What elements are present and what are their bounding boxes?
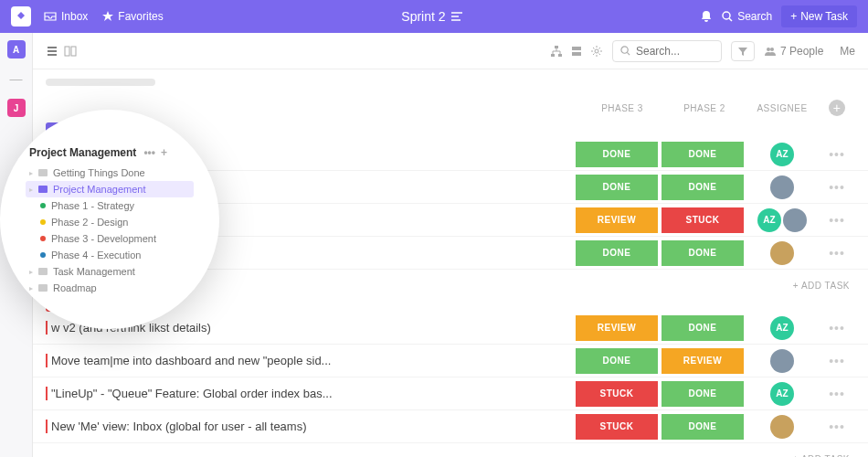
status-cell-phase3[interactable]: DONE	[576, 240, 658, 266]
task-title[interactable]: Move team|me into dashboard and new "peo…	[46, 354, 574, 367]
search-icon	[722, 11, 733, 22]
chevron-right-icon: ▸	[29, 284, 33, 292]
avatar[interactable]	[783, 208, 807, 232]
sidebar-item[interactable]: Phase 4 - Execution	[29, 247, 194, 263]
hierarchy-icon[interactable]	[550, 45, 563, 58]
avatar[interactable]	[770, 175, 794, 199]
task-actions[interactable]: •••	[819, 213, 855, 228]
bell-icon[interactable]	[700, 10, 713, 23]
add-folder-button[interactable]: +	[161, 146, 167, 159]
avatar[interactable]: AZ	[757, 208, 781, 232]
task-title[interactable]: New 'Me' view: Inbox (global for user - …	[46, 420, 574, 433]
avatar[interactable]	[770, 349, 794, 373]
app-logo[interactable]	[11, 6, 31, 27]
assignee-cell[interactable]	[746, 349, 819, 373]
col-phase3[interactable]: PHASE 3	[581, 103, 663, 113]
avatar[interactable]	[770, 415, 794, 439]
column-headers: PHASE 3 PHASE 2 ASSIGNEE +	[33, 95, 868, 121]
favorites-link[interactable]: Favorites	[102, 10, 163, 23]
svg-rect-5	[558, 54, 562, 57]
scroll-indicator[interactable]	[46, 79, 155, 86]
status-cell-phase2[interactable]: DONE	[662, 175, 744, 200]
sidebar-item[interactable]: ▸Task Management	[29, 263, 194, 280]
workspace-badge-j[interactable]: J	[7, 99, 26, 117]
task-actions[interactable]: •••	[819, 147, 855, 162]
task-actions[interactable]: •••	[819, 354, 855, 368]
sidebar-item[interactable]: Phase 3 - Development	[29, 230, 194, 247]
task-row[interactable]: Move team|me into dashboard and new "peo…	[33, 345, 868, 377]
phase-dot-icon	[40, 236, 46, 241]
task-row[interactable]: "LineUp" - "Queue" Feature: Global order…	[33, 377, 868, 410]
sidebar-item[interactable]: Phase 2 - Design	[29, 214, 194, 230]
board-view-icon[interactable]	[64, 45, 77, 58]
more-icon[interactable]: •••	[143, 146, 155, 159]
search-link[interactable]: Search	[722, 10, 772, 23]
status-cell-phase3[interactable]: DONE	[576, 348, 658, 374]
status-cell-phase2[interactable]: DONE	[662, 240, 744, 266]
filter-button[interactable]	[731, 41, 755, 61]
avatar[interactable]: AZ	[770, 316, 794, 340]
avatar[interactable]: AZ	[770, 382, 794, 406]
topbar: Inbox Favorites Sprint 2 Search + New Ta…	[0, 0, 868, 33]
chevron-right-icon: ▸	[29, 169, 33, 177]
sidebar-item[interactable]: ▸Getting Things Done	[29, 165, 194, 181]
settings-icon[interactable]	[590, 45, 603, 58]
task-actions[interactable]: •••	[819, 246, 855, 260]
add-task-button[interactable]: + ADD TASK	[33, 451, 868, 457]
sidebar-item[interactable]: ▸Roadmap	[29, 280, 194, 296]
assignee-cell[interactable]: AZ	[746, 208, 819, 232]
svg-point-10	[767, 48, 770, 51]
assignee-cell[interactable]	[746, 415, 819, 439]
me-filter[interactable]: Me	[840, 45, 855, 58]
status-cell-phase3[interactable]: REVIEW	[576, 315, 658, 341]
assignee-cell[interactable]: AZ	[746, 143, 819, 166]
task-title[interactable]: "LineUp" - "Queue" Feature: Global order…	[46, 387, 574, 400]
task-row[interactable]: New 'Me' view: Inbox (global for user - …	[33, 410, 868, 443]
search-input[interactable]	[636, 45, 709, 58]
status-cell-phase2[interactable]: DONE	[662, 414, 744, 440]
status-cell-phase3[interactable]: DONE	[576, 175, 658, 200]
new-task-button[interactable]: + New Task	[781, 5, 857, 27]
status-cell-phase3[interactable]: DONE	[576, 142, 658, 167]
group-icon[interactable]	[570, 45, 583, 58]
rail-collapse[interactable]: —	[10, 71, 23, 86]
col-assignee[interactable]: ASSIGNEE	[746, 103, 819, 113]
task-actions[interactable]: •••	[819, 321, 855, 335]
status-cell-phase2[interactable]: DONE	[662, 142, 744, 167]
list-view-icon[interactable]	[46, 45, 58, 58]
avatar[interactable]	[770, 241, 794, 265]
sidebar-header[interactable]: Project Management ••• +	[29, 146, 194, 159]
status-cell-phase2[interactable]: DONE	[662, 381, 744, 407]
assignee-cell[interactable]	[746, 175, 819, 199]
people-count[interactable]: 7 People	[764, 45, 823, 58]
chevron-right-icon: ▸	[29, 186, 33, 194]
status-cell-phase3[interactable]: STUCK	[576, 414, 658, 440]
menu-icon	[451, 12, 462, 21]
search-input-wrapper[interactable]	[612, 40, 722, 62]
status-cell-phase2[interactable]: STUCK	[662, 207, 744, 233]
assignee-cell[interactable]: AZ	[746, 316, 819, 340]
task-actions[interactable]: •••	[819, 387, 855, 401]
sidebar-item[interactable]: Phase 1 - Strategy	[29, 197, 194, 214]
assignee-cell[interactable]: AZ	[746, 382, 819, 406]
star-icon	[102, 11, 113, 22]
chevron-right-icon: ▸	[29, 268, 33, 276]
inbox-link[interactable]: Inbox	[44, 10, 88, 23]
task-actions[interactable]: •••	[819, 420, 855, 434]
status-cell-phase3[interactable]: REVIEW	[576, 207, 658, 233]
status-cell-phase2[interactable]: DONE	[662, 315, 744, 341]
page-title[interactable]: Sprint 2	[164, 9, 700, 24]
workspace-badge-a[interactable]: A	[7, 40, 26, 58]
folder-icon	[38, 186, 48, 193]
avatar[interactable]: AZ	[770, 143, 794, 166]
status-cell-phase2[interactable]: REVIEW	[662, 348, 744, 374]
sidebar-item[interactable]: ▸Project Management	[26, 181, 194, 197]
status-cell-phase3[interactable]: STUCK	[576, 381, 658, 407]
task-actions[interactable]: •••	[819, 180, 855, 195]
assignee-cell[interactable]	[746, 241, 819, 265]
add-column-button[interactable]: +	[829, 100, 845, 116]
sidebar-popup: Project Management ••• + ▸Getting Things…	[0, 110, 219, 329]
sidebar-item-label: Phase 3 - Development	[51, 233, 156, 244]
sidebar-item-label: Phase 2 - Design	[51, 217, 128, 228]
col-phase2[interactable]: PHASE 2	[663, 103, 746, 113]
